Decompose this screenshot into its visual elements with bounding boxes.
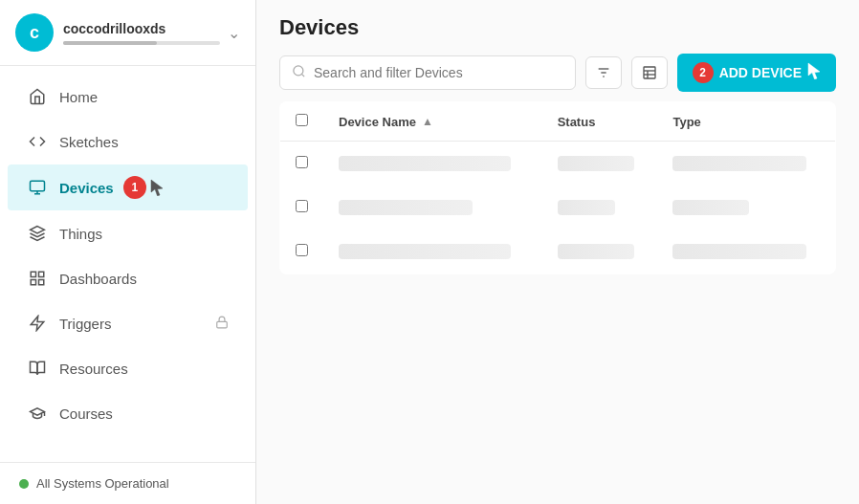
blurred-status-cell — [558, 244, 634, 259]
sidebar-nav: Home Sketches Devices 1 Things — [0, 66, 255, 462]
table-row[interactable] — [280, 230, 836, 274]
th-select-all[interactable] — [280, 102, 324, 142]
page-title: Devices — [279, 15, 836, 40]
main-header: Devices 2 ADD DEVICE — [256, 0, 859, 101]
select-all-checkbox[interactable] — [296, 114, 308, 126]
blurred-type-cell — [672, 156, 806, 171]
sidebar-item-courses[interactable]: Courses — [8, 391, 248, 435]
add-device-badge: 2 — [693, 62, 714, 83]
search-icon — [292, 64, 306, 81]
things-icon — [27, 223, 48, 244]
table-body — [280, 142, 836, 274]
th-device-name[interactable]: Device Name ▲ — [323, 102, 542, 142]
blurred-type-cell — [672, 244, 806, 259]
svg-rect-6 — [39, 280, 44, 285]
svg-point-9 — [294, 66, 303, 76]
triggers-icon — [27, 313, 48, 334]
filter-icon — [596, 65, 611, 80]
sidebar-item-label: Things — [59, 226, 102, 242]
add-device-label: ADD DEVICE — [719, 65, 802, 80]
search-box[interactable] — [279, 55, 576, 90]
sidebar-item-things[interactable]: Things — [8, 211, 248, 255]
sidebar-item-resources[interactable]: Resources — [8, 346, 248, 390]
filter-button[interactable] — [585, 56, 622, 89]
devices-icon — [27, 177, 48, 198]
blurred-name-cell — [339, 244, 511, 259]
table-row[interactable] — [280, 142, 836, 186]
user-info: coccodrillooxds — [63, 21, 220, 45]
th-type[interactable]: Type — [657, 102, 835, 142]
sidebar-item-sketches[interactable]: Sketches — [8, 120, 248, 164]
sidebar-item-label: Triggers — [59, 316, 111, 332]
th-status[interactable]: Status — [542, 102, 658, 142]
chevron-down-icon: ⌄ — [228, 24, 240, 42]
sidebar-item-label: Home — [59, 89, 98, 105]
cursor-icon — [150, 179, 164, 196]
sidebar-item-home[interactable]: Home — [8, 75, 248, 119]
sidebar-footer: All Systems Operational — [0, 462, 255, 504]
sidebar-item-label: Courses — [59, 405, 113, 422]
blurred-status-cell — [558, 156, 634, 171]
home-icon — [27, 86, 48, 107]
progress-bar-track — [63, 41, 220, 45]
sidebar-item-label: Sketches — [59, 134, 119, 150]
sidebar: c coccodrillooxds ⌄ Home Sketches D — [0, 0, 256, 504]
toolbar: 2 ADD DEVICE — [279, 54, 836, 92]
column-label-type: Type — [672, 115, 700, 129]
table-row[interactable] — [280, 186, 836, 230]
sidebar-item-label: Resources — [59, 361, 128, 377]
svg-rect-4 — [39, 272, 44, 276]
svg-rect-14 — [644, 67, 655, 78]
blurred-type-cell — [672, 200, 749, 215]
svg-rect-3 — [31, 272, 35, 276]
svg-line-10 — [301, 74, 304, 77]
sidebar-item-devices[interactable]: Devices 1 — [8, 164, 248, 210]
resources-icon — [27, 358, 48, 379]
sidebar-badge: 1 — [123, 176, 146, 199]
lock-icon — [215, 316, 229, 332]
search-input[interactable] — [314, 65, 563, 80]
blurred-status-cell — [558, 200, 615, 215]
column-label-status: Status — [558, 115, 596, 129]
sidebar-item-dashboards[interactable]: Dashboards — [8, 256, 248, 300]
status-label: All Systems Operational — [36, 476, 169, 491]
status-dot — [19, 479, 29, 489]
courses-icon — [27, 403, 48, 424]
progress-bar-fill — [63, 41, 157, 45]
blurred-name-cell — [339, 156, 511, 171]
svg-rect-0 — [31, 181, 45, 191]
view-toggle-button[interactable] — [631, 56, 668, 89]
row-checkbox[interactable] — [296, 244, 308, 256]
sidebar-item-triggers[interactable]: Triggers — [8, 301, 248, 345]
username: coccodrillooxds — [63, 21, 220, 36]
blurred-name-cell — [339, 200, 473, 215]
avatar: c — [15, 13, 54, 52]
sidebar-header[interactable]: c coccodrillooxds ⌄ — [0, 0, 255, 66]
sidebar-item-label: Dashboards — [59, 271, 137, 287]
dashboards-icon — [27, 268, 48, 289]
row-checkbox[interactable] — [296, 156, 308, 168]
svg-rect-5 — [31, 280, 35, 285]
row-checkbox[interactable] — [296, 200, 308, 212]
svg-marker-7 — [31, 317, 44, 331]
table-header-row: Device Name ▲ Status Type — [280, 102, 836, 142]
table-head: Device Name ▲ Status Type — [280, 102, 836, 142]
sort-icon: ▲ — [422, 115, 433, 128]
svg-rect-8 — [217, 321, 228, 327]
sketches-icon — [27, 131, 48, 152]
column-label-name: Device Name — [339, 115, 416, 129]
devices-table: Device Name ▲ Status Type — [279, 101, 836, 274]
sidebar-item-label: Devices — [59, 180, 114, 196]
add-device-button[interactable]: 2 ADD DEVICE — [677, 54, 836, 92]
cursor-icon — [807, 62, 821, 83]
table-icon — [642, 65, 657, 80]
main-content: Devices 2 ADD DEVICE — [256, 0, 859, 504]
table-container: Device Name ▲ Status Type — [256, 101, 859, 504]
